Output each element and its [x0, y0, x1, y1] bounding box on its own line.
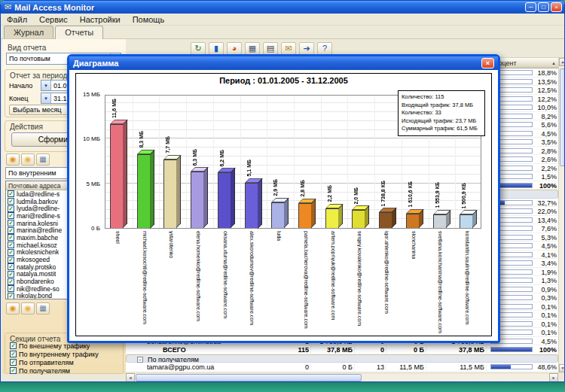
vertical-scroll-thumb[interactable] — [560, 68, 565, 166]
collapse-icon[interactable]: – — [137, 357, 143, 363]
chart-xlabels: sheelmichael.kosochti@redline-software.c… — [105, 229, 481, 335]
uncheck-all-icon[interactable]: ◉ — [21, 302, 35, 315]
chart-x-label: ystarotenko — [169, 231, 174, 258]
vertical-scrollbar[interactable]: ▲ ▼ — [558, 58, 565, 372]
chart-bar[interactable]: 11,6 МБ — [110, 124, 124, 228]
help-icon[interactable]: ? — [317, 42, 332, 55]
checkbox-icon[interactable]: ✓ — [10, 359, 17, 366]
tab-active[interactable]: Отчеты — [55, 26, 103, 39]
section-item[interactable]: ✓По внутреннему трафику — [8, 350, 121, 358]
checkbox-icon[interactable]: ✓ — [10, 367, 17, 374]
checkbox-icon[interactable]: ✓ — [8, 190, 14, 197]
chart-title: Период : 01.01.2005 - 31.12.2005 — [76, 76, 491, 85]
chart-x-label: alex.skorodumov@redline-software.com — [249, 231, 255, 325]
grid-icon[interactable]: ▦ — [36, 302, 50, 315]
checkbox-icon[interactable]: ✓ — [10, 351, 17, 357]
desktop-taskbar — [0, 382, 565, 392]
scroll-down-icon[interactable]: ▼ — [559, 364, 565, 372]
bar-chart-icon[interactable]: ▮ — [209, 42, 224, 55]
maximize-button[interactable]: □ — [538, 2, 549, 12]
checkbox-icon[interactable]: ✓ — [8, 198, 14, 205]
chart-bar[interactable]: 2,2 МБ — [325, 208, 339, 228]
checkbox-icon[interactable]: ✓ — [8, 271, 14, 278]
chart-dialog: Диаграмма × Период : 01.01.2005 - 31.12.… — [67, 54, 500, 343]
sidebar-tools-2: ◉◉▦ — [6, 302, 50, 315]
section-item[interactable]: ✓По получателям — [8, 366, 121, 375]
checkbox-icon[interactable]: ✓ — [8, 212, 14, 219]
checkbox-icon[interactable]: ✓ — [10, 342, 17, 349]
chart-bar[interactable]: 1 500,9 КБ — [460, 214, 473, 228]
row-percent: 0,3% — [533, 294, 557, 302]
checkbox-icon[interactable]: ✓ — [8, 234, 14, 241]
chevron-down-icon: ▼ — [41, 93, 51, 103]
menu-item[interactable]: Настройки — [74, 14, 127, 25]
table-row[interactable]: tamara@pgpu.com.ua00 Б1311,5 МБ11,5 МБ48… — [126, 363, 558, 372]
scroll-left-icon[interactable]: ◄ — [126, 373, 135, 382]
row-c2: 37,8 МБ — [314, 346, 355, 354]
table-row[interactable]: ВСЕГО11537,8 МБ00 Б37,8 МБ100% — [126, 345, 558, 354]
checkbox-icon[interactable]: ✓ — [8, 227, 14, 234]
export-icon[interactable]: ➔ — [299, 42, 314, 55]
checkbox-icon[interactable]: ✓ — [8, 242, 14, 248]
row-percent: 13,4% — [533, 217, 557, 224]
section-item[interactable]: ✓По отправителям — [8, 358, 121, 366]
row-percent: 18,8% — [533, 69, 557, 77]
address-label: nataly.protsko — [17, 263, 56, 271]
chart-bar[interactable]: 6,3 МБ — [191, 172, 204, 228]
chart-bar-value: 1 738,8 КБ — [380, 181, 386, 207]
chart-bar[interactable]: 1 610,6 КБ — [406, 214, 420, 228]
chart-bar[interactable]: 1 553,9 КБ — [433, 214, 447, 228]
chart-bar[interactable]: 8,3 МБ — [137, 154, 151, 229]
scroll-up-icon[interactable]: ▲ — [559, 58, 565, 66]
dialog-titlebar[interactable]: Диаграмма × — [69, 56, 498, 70]
scroll-right-icon[interactable]: ► — [549, 373, 558, 382]
dialog-close-button[interactable]: × — [481, 58, 494, 68]
gridline — [105, 147, 481, 147]
window-title: Mail Access Monitor — [14, 3, 94, 12]
chart-bar[interactable]: 7,7 МБ — [163, 160, 177, 228]
table-icon[interactable]: ▦ — [245, 42, 260, 55]
checkbox-icon[interactable]: ✓ — [8, 293, 14, 299]
pie-chart-icon[interactable]: ◕ — [227, 42, 242, 55]
horizontal-scroll-thumb[interactable] — [136, 374, 362, 381]
checkbox-icon[interactable]: ✓ — [8, 278, 14, 285]
period-end-label: Конец — [9, 95, 41, 102]
checkbox-icon[interactable]: ✓ — [8, 263, 14, 270]
minimize-button[interactable]: ─ — [525, 2, 536, 12]
chart-bar[interactable]: 2,8 МБ — [298, 203, 312, 228]
close-button[interactable]: × — [551, 2, 562, 12]
printer-icon[interactable]: ▤ — [263, 42, 278, 55]
chart-bar-value: 2,8 МБ — [300, 180, 305, 197]
check-all-icon[interactable]: ◉ — [6, 153, 20, 166]
checkbox-icon[interactable]: ✓ — [8, 249, 14, 256]
horizontal-scrollbar[interactable]: ◄ ► — [126, 372, 558, 381]
check-all-icon[interactable]: ◉ — [6, 302, 20, 315]
chart-bar[interactable]: 2,0 МБ — [352, 210, 365, 228]
chart-y-label: 10 МБ — [83, 135, 100, 142]
mail-icon: ✉ — [5, 2, 11, 12]
refresh-icon[interactable]: ↻ — [191, 42, 206, 55]
table-row[interactable]: –По получателям — [126, 354, 558, 363]
chart-bar-value: 6,2 МБ — [219, 150, 224, 167]
address-label: ludmila.barkov — [17, 198, 58, 205]
menu-item[interactable]: Сервис — [33, 14, 74, 25]
menu-item[interactable]: Файл — [1, 14, 33, 25]
row-percent: 0,1% — [533, 321, 557, 328]
grid-icon[interactable]: ▦ — [36, 153, 50, 166]
uncheck-all-icon[interactable]: ◉ — [21, 153, 35, 166]
tab-inactive[interactable]: Журнал — [4, 26, 53, 38]
checkbox-icon[interactable]: ✓ — [8, 205, 14, 212]
chart-bar[interactable]: 5,1 МБ — [245, 183, 258, 229]
window-controls: ─ □ × — [525, 2, 562, 12]
checkbox-icon[interactable]: ✓ — [8, 220, 14, 226]
menu-item[interactable]: Помощь — [127, 14, 171, 25]
mail-icon[interactable]: ✉ — [281, 42, 296, 55]
chart-bar[interactable]: 6,2 МБ — [218, 172, 231, 228]
titlebar[interactable]: ✉ Mail Access Monitor ─ □ × — [1, 1, 564, 14]
checkbox-icon[interactable]: ✓ — [8, 257, 14, 263]
chart-bar-value: 2,0 МБ — [353, 187, 359, 205]
checkbox-icon[interactable]: ✓ — [8, 285, 14, 292]
chart-bar[interactable]: 1 738,8 КБ — [379, 212, 392, 228]
period-end-value: 31.1 — [51, 95, 67, 102]
chart-bar[interactable]: 2,9 МБ — [271, 202, 285, 228]
